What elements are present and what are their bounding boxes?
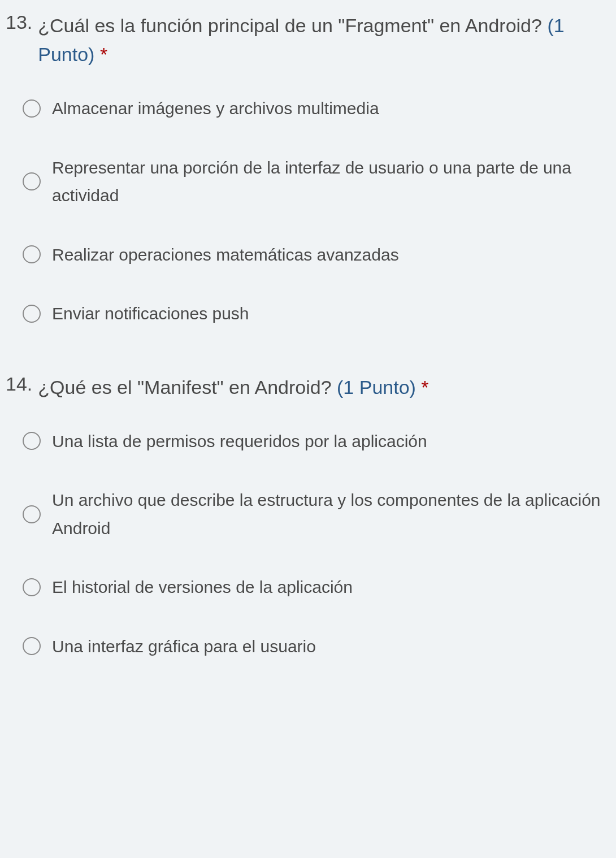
option-row[interactable]: El historial de versiones de la aplicaci…	[23, 573, 610, 601]
option-row[interactable]: Representar una porción de la interfaz d…	[23, 154, 610, 210]
question-text: ¿Cuál es la función principal de un "Fra…	[38, 15, 542, 36]
question-text-wrapper: ¿Qué es el "Manifest" en Android? (1 Pun…	[38, 373, 610, 402]
options-list: Una lista de permisos requeridos por la …	[6, 427, 610, 661]
option-label: El historial de versiones de la aplicaci…	[52, 573, 610, 601]
option-label: Enviar notificaciones push	[52, 300, 610, 328]
option-row[interactable]: Una interfaz gráfica para el usuario	[23, 632, 610, 661]
option-row[interactable]: Un archivo que describe la estructura y …	[23, 486, 610, 542]
radio-icon[interactable]	[23, 578, 41, 596]
option-row[interactable]: Realizar operaciones matemáticas avanzad…	[23, 241, 610, 269]
required-indicator: *	[100, 44, 107, 65]
question-13: 13. ¿Cuál es la función principal de un …	[6, 11, 610, 328]
option-label: Una lista de permisos requeridos por la …	[52, 427, 610, 456]
radio-icon[interactable]	[23, 305, 41, 323]
radio-icon[interactable]	[23, 637, 41, 655]
radio-icon[interactable]	[23, 245, 41, 263]
option-label: Un archivo que describe la estructura y …	[52, 486, 610, 542]
option-label: Una interfaz gráfica para el usuario	[52, 632, 610, 661]
option-row[interactable]: Enviar notificaciones push	[23, 300, 610, 328]
question-header: 14. ¿Qué es el "Manifest" en Android? (1…	[6, 373, 610, 402]
question-number: 14.	[6, 373, 38, 395]
option-row[interactable]: Almacenar imágenes y archivos multimedia	[23, 94, 610, 123]
question-header: 13. ¿Cuál es la función principal de un …	[6, 11, 610, 69]
option-label: Realizar operaciones matemáticas avanzad…	[52, 241, 610, 269]
option-label: Almacenar imágenes y archivos multimedia	[52, 94, 610, 123]
question-number: 13.	[6, 11, 38, 33]
option-row[interactable]: Una lista de permisos requeridos por la …	[23, 427, 610, 456]
question-text-wrapper: ¿Cuál es la función principal de un "Fra…	[38, 11, 610, 69]
question-text: ¿Qué es el "Manifest" en Android?	[38, 376, 331, 398]
radio-icon[interactable]	[23, 505, 41, 523]
question-points: (1 Punto)	[337, 376, 416, 398]
radio-icon[interactable]	[23, 99, 41, 118]
options-list: Almacenar imágenes y archivos multimedia…	[6, 94, 610, 328]
radio-icon[interactable]	[23, 432, 41, 450]
option-label: Representar una porción de la interfaz d…	[52, 154, 610, 210]
required-indicator: *	[421, 376, 428, 398]
radio-icon[interactable]	[23, 172, 41, 190]
question-14: 14. ¿Qué es el "Manifest" en Android? (1…	[6, 373, 610, 661]
